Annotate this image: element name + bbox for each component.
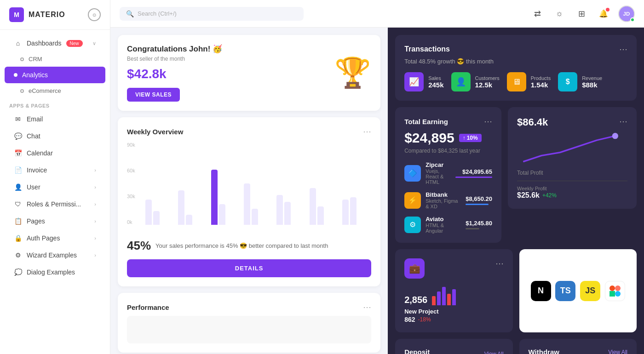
sidebar-item-label: eCommerce xyxy=(29,87,61,94)
sidebar-item-label: Roles & Permissi... xyxy=(27,200,81,208)
sidebar-item-dashboards[interactable]: ⌂ Dashboards New ∨ xyxy=(5,35,105,51)
calendar-icon: 📅 xyxy=(14,149,22,157)
sidebar-item-user[interactable]: 👤 User › xyxy=(5,179,105,195)
performance-title: Performance xyxy=(127,303,169,311)
chart-label-30k: 30k xyxy=(127,194,135,199)
profit-line-chart xyxy=(517,131,627,168)
search-icon: 🔍 xyxy=(126,10,134,17)
notification-icon[interactable]: 🔔 xyxy=(596,6,611,21)
sidebar-item-label: Analytics xyxy=(22,71,48,79)
sidebar-item-auth[interactable]: 🔒 Auth Pages › xyxy=(5,230,105,246)
aviato-icon: ⚙ xyxy=(404,217,421,233)
stat-label-customers: Customers xyxy=(475,75,500,81)
earning-item-aviato: ⚙ Aviato HTML & Angular $1,245.80 xyxy=(404,216,492,234)
bar-light xyxy=(145,200,152,225)
sidebar-item-calendar[interactable]: 📅 Calendar xyxy=(5,145,105,161)
withdraw-card: Withdraw View All xyxy=(519,339,637,354)
sidebar-item-email[interactable]: ✉ Email xyxy=(5,111,105,127)
withdraw-view-all[interactable]: View All xyxy=(608,349,627,354)
sidebar-item-label: Wizard Examples xyxy=(27,251,77,259)
earning-menu-dots[interactable]: ⋯ xyxy=(484,116,492,126)
tech-logos-card: N TS JS xyxy=(519,249,637,332)
earning-row: Total Earning ⋯ $24,895 ↑ 10% Compared t… xyxy=(395,107,637,243)
sidebar-item-analytics[interactable]: Analytics xyxy=(5,67,105,83)
transactions-header: Transactions ⋯ xyxy=(404,44,627,54)
invoice-icon: 📄 xyxy=(14,166,22,174)
zipcar-value: $24,895.65 xyxy=(455,168,492,175)
transactions-subtitle: Total 48.5% growth 😎 this month xyxy=(404,58,627,65)
aviato-name: Aviato xyxy=(426,216,461,223)
performance-menu-dots[interactable]: ⋯ xyxy=(363,302,371,312)
bar-dark xyxy=(284,202,291,225)
right-panel: Transactions ⋯ Total 48.5% growth 😎 this… xyxy=(388,28,644,354)
search-bar[interactable]: 🔍 Search (Ctrl+/) xyxy=(120,7,304,21)
bitbank-icon: ⚡ xyxy=(404,192,421,209)
weekly-menu-dots[interactable]: ⋯ xyxy=(363,126,371,137)
chevron-right-icon: › xyxy=(94,218,96,224)
new-project-sub-value: 862 xyxy=(404,316,415,323)
transactions-menu-dots[interactable]: ⋯ xyxy=(619,44,627,54)
mini-bar-chart xyxy=(432,282,503,305)
bar-dark xyxy=(252,209,258,225)
record-button[interactable]: ⊙ xyxy=(88,8,101,21)
deposit-withdraw-row: Deposit View All Withdraw View All xyxy=(395,339,637,354)
sidebar-item-roles[interactable]: 🛡 Roles & Permissi... › xyxy=(5,196,105,212)
view-sales-button[interactable]: VIEW SALES xyxy=(127,88,180,102)
avatar-wrapper: JD xyxy=(618,6,635,22)
bar-group-4 xyxy=(244,183,273,225)
sidebar-item-label: Email xyxy=(27,115,43,123)
earning-header: Total Earning ⋯ xyxy=(404,116,492,126)
zipcar-progress xyxy=(455,177,492,178)
total-earning-card: Total Earning ⋯ $24,895 ↑ 10% Compared t… xyxy=(395,107,501,243)
svg-rect-7 xyxy=(610,291,615,297)
weekly-title: Weekly Overview xyxy=(127,128,183,136)
header: 🔍 Search (Ctrl+/) ⇄ ☼ ⊞ 🔔 JD xyxy=(110,0,644,28)
transactions-title: Transactions xyxy=(404,45,450,53)
svg-point-6 xyxy=(615,291,621,297)
chevron-right-icon: › xyxy=(94,235,96,241)
chart-label-60k: 60k xyxy=(127,168,135,173)
pages-icon: 📋 xyxy=(14,217,22,225)
project-icon: 💼 xyxy=(404,258,425,279)
mini-bar xyxy=(447,294,451,305)
sidebar-item-chat[interactable]: 💬 Chat xyxy=(5,128,105,144)
sidebar-item-invoice[interactable]: 📄 Invoice › xyxy=(5,162,105,178)
sidebar-item-label: Dashboards xyxy=(27,40,62,47)
new-project-card: 💼 ⋯ 2,856 xyxy=(395,249,512,332)
weekly-footer: 45% Your sales performance is 45% 😎 bett… xyxy=(127,239,371,253)
new-project-label: New Project xyxy=(404,308,503,315)
deposit-view-all[interactable]: View All xyxy=(484,351,504,354)
sidebar-item-dialog[interactable]: 💭 Dialog Examples xyxy=(5,264,105,280)
congratulations-subtitle: Best seller of the month xyxy=(127,56,222,62)
project-menu-dots[interactable]: ⋯ xyxy=(495,258,504,268)
sidebar-item-crm[interactable]: CRM xyxy=(5,52,105,66)
earning-title: Total Earning xyxy=(404,118,448,126)
weekly-overview-card: Weekly Overview ⋯ 90k 60k 30k 0k xyxy=(118,117,380,286)
mini-bar xyxy=(452,289,456,305)
sidebar-item-wizard[interactable]: ⚙ Wizard Examples › xyxy=(5,247,105,263)
stat-products: 🖥 Products 1.54k xyxy=(507,72,551,91)
dialog-icon: 💭 xyxy=(14,268,22,276)
profit-menu-dots[interactable]: ⋯ xyxy=(619,116,627,126)
aviato-value: $1,245.80 xyxy=(466,220,492,227)
app-name: MATERIO xyxy=(29,11,65,19)
translate-icon[interactable]: ⇄ xyxy=(530,6,545,21)
sub-dot-icon xyxy=(14,73,17,77)
sidebar-item-ecommerce[interactable]: eCommerce xyxy=(5,84,105,98)
sidebar-item-label: Dialog Examples xyxy=(27,268,75,276)
grid-icon[interactable]: ⊞ xyxy=(574,6,589,21)
sidebar: M MATERIO ⊙ ⌂ Dashboards New ∨ CRM Analy… xyxy=(0,0,110,354)
sub-dot-icon xyxy=(20,89,24,93)
bitbank-name: Bitbank xyxy=(426,191,461,198)
sidebar-logo-area: M MATERIO ⊙ xyxy=(0,0,110,30)
details-button[interactable]: DETAILS xyxy=(127,259,371,277)
brightness-icon[interactable]: ☼ xyxy=(552,6,567,21)
sidebar-item-pages[interactable]: 📋 Pages › xyxy=(5,213,105,229)
total-profit-card: $86.4k ⋯ Total Profit xyxy=(508,107,637,209)
chevron-down-icon: ∨ xyxy=(92,40,96,46)
main-area: 🔍 Search (Ctrl+/) ⇄ ☼ ⊞ 🔔 JD xyxy=(110,0,644,354)
user-icon: 👤 xyxy=(14,183,22,191)
sidebar-item-label: Chat xyxy=(27,132,40,140)
notification-dot xyxy=(606,8,610,11)
sub-dot-icon xyxy=(20,57,24,61)
